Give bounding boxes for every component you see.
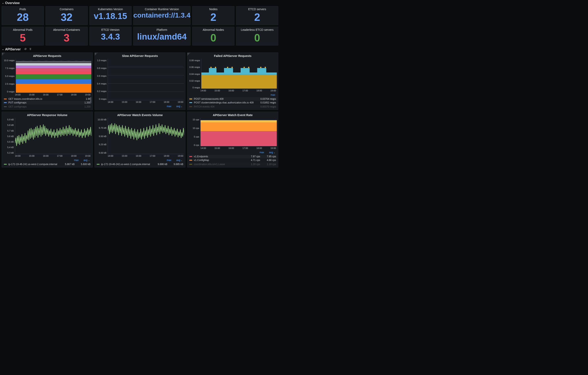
svg-rect-18 bbox=[248, 67, 250, 68]
stat-title: Leaderless ETCD servers bbox=[236, 28, 278, 31]
legend-item[interactable]: POST clusterrolebindings.rbac.authorizat… bbox=[189, 101, 277, 104]
y-axis: 10.0 reqps7.5 reqps5.0 reqps2.5 reqps0 r… bbox=[3, 59, 16, 93]
chevron-down-icon: ⌄ bbox=[2, 2, 4, 4]
legend-item[interactable]: ip-172-19-46-242.us-west-2.compute.inter… bbox=[3, 162, 91, 166]
gear-icon[interactable] bbox=[24, 48, 27, 51]
stat-panel[interactable]: Platformlinux/amd64 bbox=[133, 27, 191, 46]
section-row-apiserver[interactable]: ⌄ APIServer bbox=[2, 47, 278, 52]
legend-label: v1.ConfigMap bbox=[194, 159, 244, 162]
stat-value: linux/amd64 bbox=[133, 32, 190, 41]
legend-swatch-icon bbox=[97, 164, 100, 165]
stat-value: 2 bbox=[192, 12, 234, 23]
legend-item[interactable]: v1.ConfigMap4.71 cps4.68 cps bbox=[189, 158, 277, 162]
stat-title: ETCD Version bbox=[90, 28, 131, 31]
legend-value-max: 4.71 cps bbox=[246, 159, 260, 162]
plot-area[interactable] bbox=[108, 118, 184, 154]
stat-panel[interactable]: Abnormal Nodes0 bbox=[192, 27, 234, 46]
panel-apiserver-response-volume[interactable]: APIServer Response Volume 5.9 kB5.8 kB5.… bbox=[2, 112, 93, 167]
panel-title: APIServer Watch Event Rate bbox=[189, 113, 277, 118]
stat-title: Containers bbox=[46, 8, 87, 11]
scrollbar[interactable] bbox=[90, 97, 91, 103]
legend-item[interactable]: GET leases.coordination.k8s.io1.98 bbox=[3, 97, 91, 101]
legend-col-max[interactable]: max bbox=[167, 105, 171, 108]
stat-value: 32 bbox=[46, 12, 87, 23]
svg-rect-1 bbox=[16, 63, 91, 66]
stat-value: 28 bbox=[2, 12, 44, 23]
panel-title: APIServer Response Volume bbox=[3, 113, 91, 118]
stat-value: v1.18.15 bbox=[90, 12, 131, 21]
legend-label: ip-172-19-46-242.us-west-2.compute.inter… bbox=[101, 163, 152, 166]
legend-col-avg[interactable]: avg⌄ bbox=[176, 159, 182, 162]
legend-col-avg[interactable]: avg⌄ bbox=[269, 151, 275, 154]
legend-value: 0.03704 reqps bbox=[260, 97, 276, 100]
legend-item[interactable]: POST serviceaccounts 4090.03704 reqps bbox=[189, 97, 277, 101]
plot-area[interactable] bbox=[200, 118, 277, 146]
plot-area[interactable] bbox=[108, 59, 184, 100]
stat-panel[interactable]: Abnormal Pods5 bbox=[2, 27, 44, 46]
legend-value: 0.01852 reqps bbox=[260, 101, 276, 104]
plot-area[interactable] bbox=[16, 59, 91, 93]
svg-rect-19 bbox=[260, 67, 262, 68]
legend-item[interactable]: coordination.k8s.io/v1.Lease1.20 cps1.19… bbox=[189, 162, 277, 166]
legend-item[interactable]: v1.Endpoints7.97 cps7.95 cps bbox=[189, 155, 277, 158]
info-corner-icon[interactable]: i bbox=[95, 53, 98, 56]
legend-item[interactable]: GET configmaps1.200 bbox=[3, 105, 91, 109]
stat-panel[interactable]: Kubernetes Versionv1.18.15 bbox=[89, 6, 132, 25]
svg-rect-14 bbox=[215, 67, 216, 68]
legend-col-max[interactable]: max bbox=[260, 151, 264, 154]
x-axis: 14:0015:0016:0017:0018:0019:00 bbox=[200, 146, 276, 149]
legend-col-avg[interactable]: avg⌄ bbox=[176, 105, 182, 108]
stat-panel[interactable]: Containers32 bbox=[45, 6, 88, 25]
panel-apiserver-watch-event-rate[interactable]: APIServer Watch Event Rate 15 cps10 cps5… bbox=[187, 112, 278, 167]
stat-panel[interactable]: Nodes2 bbox=[192, 6, 234, 25]
stat-title: Platform bbox=[133, 28, 190, 31]
plot-area[interactable] bbox=[201, 59, 277, 89]
legend-col-max[interactable]: max bbox=[271, 94, 275, 96]
legend-value: 1.200 bbox=[76, 101, 91, 104]
svg-rect-23 bbox=[200, 131, 277, 146]
stat-panel[interactable]: Leaderless ETCD servers0 bbox=[236, 27, 278, 46]
x-axis: 14:0015:0016:0017:0018:0019:00 bbox=[15, 154, 91, 157]
svg-rect-17 bbox=[244, 67, 245, 68]
panel-slow-apiserver-requests[interactable]: i Slow APIServer Requests 1.0 reqps0.8 r… bbox=[94, 52, 186, 110]
panel-apiserver-watch-events-volume[interactable]: APIServer Watch Events Volume 10.00 kB9.… bbox=[94, 112, 186, 167]
stat-panel[interactable]: Abnormal Containers3 bbox=[45, 27, 88, 46]
x-axis: 14:0015:0016:0017:0018:0019:00 bbox=[108, 100, 183, 103]
x-axis: 14:0015:0016:0017:0018:0019:00 bbox=[15, 93, 91, 96]
legend-swatch-icon bbox=[189, 164, 192, 165]
plot-area[interactable] bbox=[15, 118, 91, 154]
legend-col-max[interactable]: max bbox=[74, 159, 79, 162]
svg-rect-5 bbox=[16, 74, 91, 79]
legend-item[interactable]: PATCH events 4040.00370 reqps bbox=[189, 105, 277, 109]
info-corner-icon[interactable]: i bbox=[2, 53, 5, 56]
legend-label: POST clusterrolebindings.rbac.authorizat… bbox=[194, 101, 259, 104]
legend-label: coordination.k8s.io/v1.Lease bbox=[194, 163, 244, 166]
legend-value-avg: 4.68 cps bbox=[262, 159, 276, 162]
legend-item[interactable]: PUT configmaps1.200 bbox=[3, 101, 91, 104]
info-corner-icon[interactable]: i bbox=[187, 53, 190, 56]
stat-value: 3.4.3 bbox=[90, 32, 131, 41]
stat-panel[interactable]: ETCD servers2 bbox=[236, 6, 278, 25]
legend-value: 0.00370 reqps bbox=[260, 105, 276, 108]
stat-panel[interactable]: Container Runtime Versioncontainerd://1.… bbox=[133, 6, 191, 25]
y-axis: 0.08 reqps0.06 reqps0.04 reqps0.02 reqps… bbox=[189, 59, 201, 89]
legend-swatch-icon bbox=[4, 99, 7, 99]
panel-apiserver-requests[interactable]: i APIServer Requests 10.0 reqps7.5 reqps… bbox=[2, 52, 93, 110]
section-row-overview[interactable]: ⌄ Overview bbox=[2, 1, 278, 6]
svg-rect-15 bbox=[227, 67, 228, 68]
stat-value: 0 bbox=[192, 32, 234, 43]
stat-title: Kubernetes Version bbox=[90, 8, 131, 11]
stat-value: 5 bbox=[2, 32, 44, 43]
stat-panel[interactable]: ETCD Version3.4.3 bbox=[89, 27, 132, 46]
legend-value-max: 1.20 cps bbox=[246, 163, 260, 166]
stat-panel[interactable]: Pods28 bbox=[2, 6, 44, 25]
legend-col-avg[interactable]: avg⌄ bbox=[84, 159, 90, 162]
svg-rect-7 bbox=[16, 84, 91, 93]
legend-item[interactable]: ip-172-19-46-242.us-west-2.compute.inter… bbox=[96, 162, 184, 166]
panel-failed-apiserver-requests[interactable]: i Failed APIServer Requests 0.08 reqps0.… bbox=[187, 52, 278, 110]
trash-icon[interactable] bbox=[29, 48, 32, 51]
svg-rect-21 bbox=[200, 120, 277, 122]
chevron-down-icon: ⌄ bbox=[2, 48, 4, 51]
legend-col-max[interactable]: max bbox=[167, 159, 171, 162]
legend-value-avg: 1.19 cps bbox=[262, 163, 276, 166]
